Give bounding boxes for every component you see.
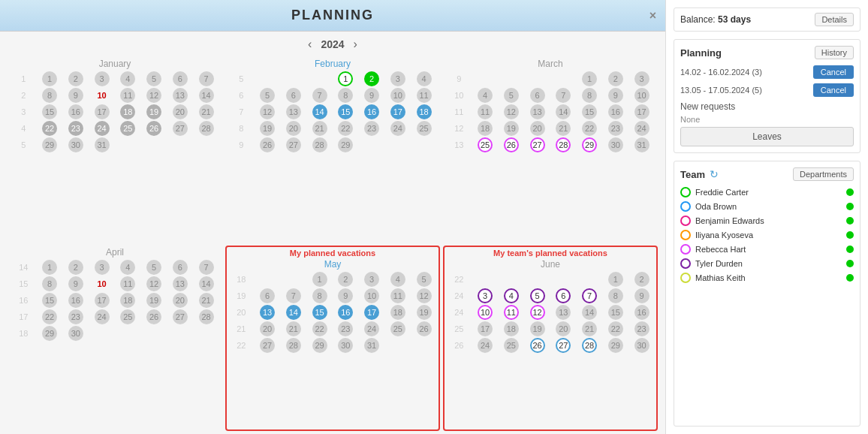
member-dot-mathias: [680, 273, 691, 283]
team-member-2: Benjamin Edwards: [680, 215, 854, 226]
online-indicator-mathias: [846, 274, 854, 282]
planning-section: Planning History 14.02 - 16.02.2024 (3) …: [674, 39, 860, 153]
february-title: February: [228, 59, 437, 69]
member-dot-benjamin: [680, 215, 691, 226]
member-name-iliyana: Iliyana Kyoseva: [695, 231, 753, 240]
planning-date-2: 13.05 - 17.05.2024 (5): [680, 86, 762, 95]
member-dot-oda: [680, 201, 691, 212]
member-dot-tyler: [680, 258, 691, 269]
details-button[interactable]: Details: [815, 13, 854, 26]
may-title: May: [228, 259, 437, 270]
calendar-april: April 14 1 2 3 4 5 6 7 15 8: [8, 246, 222, 431]
online-indicator-benjamin: [846, 217, 854, 225]
online-indicator-freddie: [846, 188, 854, 196]
departments-button[interactable]: Departments: [793, 167, 854, 181]
april-title: April: [11, 247, 219, 258]
team-member-1: Oda Brown: [680, 201, 854, 212]
member-dot-rebecca: [680, 244, 691, 255]
team-member-0: Freddie Carter: [680, 187, 854, 197]
history-button[interactable]: History: [815, 46, 854, 59]
new-requests-title: New requests: [680, 101, 854, 112]
planning-header: PLANNING ×: [0, 0, 665, 32]
planning-row-2: 13.05 - 17.05.2024 (5) Cancel: [680, 83, 854, 97]
refresh-icon[interactable]: ↻: [710, 168, 719, 180]
member-name-rebecca: Rebecca Hart: [695, 245, 746, 254]
member-name-tyler: Tyler Durden: [695, 259, 743, 268]
member-name-oda: Oda Brown: [695, 202, 737, 211]
team-member-4: Rebecca Hart: [680, 244, 854, 255]
online-indicator-tyler: [846, 260, 854, 267]
calendar-june: My team's planned vacations June 22 1 2: [443, 246, 658, 431]
team-member-5: Tyler Durden: [680, 258, 854, 269]
june-title: June: [446, 259, 655, 270]
prev-year-arrow[interactable]: ‹: [308, 38, 312, 51]
team-title: Team: [680, 169, 705, 180]
cancel-button-1[interactable]: Cancel: [813, 65, 854, 79]
year-navigation: ‹ 2024 ›: [0, 32, 665, 54]
january-title: January: [11, 59, 219, 69]
next-year-arrow[interactable]: ›: [354, 38, 357, 51]
sidebar: Balance: 53 days Details Planning Histor…: [665, 0, 868, 434]
year-label: 2024: [321, 38, 344, 50]
planning-section-header: Planning History: [680, 46, 854, 59]
member-name-freddie: Freddie Carter: [695, 188, 749, 197]
balance-label: Balance: 53 days: [680, 14, 751, 25]
cancel-button-2[interactable]: Cancel: [813, 83, 854, 97]
calendar-march: March 9 1 2 3 10 4 5: [443, 57, 658, 243]
main-area: PLANNING × ‹ 2024 › January 1 1 2 3 4 5: [0, 0, 665, 434]
my-vacation-label: My planned vacations: [228, 249, 437, 258]
online-indicator-oda: [846, 203, 854, 210]
team-section: Team ↻ Departments Freddie Carter Oda Br…: [674, 161, 860, 426]
leaves-button[interactable]: Leaves: [680, 127, 854, 146]
calendars-container: January 1 1 2 3 4 5 6 7 2 8: [0, 54, 665, 434]
planning-section-title: Planning: [680, 47, 722, 59]
calendar-may: My planned vacations May 18 1 2 3 4 5 19: [225, 246, 440, 431]
balance-value: 53 days: [718, 14, 751, 25]
planning-date-1: 14.02 - 16.02.2024 (3): [680, 68, 762, 77]
team-member-3: Iliyana Kyoseva: [680, 230, 854, 240]
member-dot-freddie: [680, 187, 691, 197]
member-dot-iliyana: [680, 230, 691, 240]
online-indicator-rebecca: [846, 246, 854, 253]
balance-bar: Balance: 53 days Details: [674, 8, 860, 32]
march-title: March: [446, 59, 655, 69]
team-member-6: Mathias Keith: [680, 273, 854, 283]
team-header: Team ↻ Departments: [680, 167, 854, 181]
new-requests-value: None: [680, 115, 854, 124]
calendar-february: February 5 1 2 3 4 6 5: [225, 57, 440, 243]
close-button[interactable]: ×: [649, 9, 658, 23]
planning-row-1: 14.02 - 16.02.2024 (3) Cancel: [680, 65, 854, 79]
team-title-row: Team ↻: [680, 168, 719, 180]
member-name-benjamin: Benjamin Edwards: [695, 216, 764, 225]
member-name-mathias: Mathias Keith: [695, 273, 746, 282]
planning-title: PLANNING: [291, 8, 374, 23]
calendar-january: January 1 1 2 3 4 5 6 7 2 8: [8, 57, 222, 243]
online-indicator-iliyana: [846, 231, 854, 239]
calendars-grid: January 1 1 2 3 4 5 6 7 2 8: [8, 57, 658, 431]
team-vacation-label: My team's planned vacations: [446, 249, 655, 258]
